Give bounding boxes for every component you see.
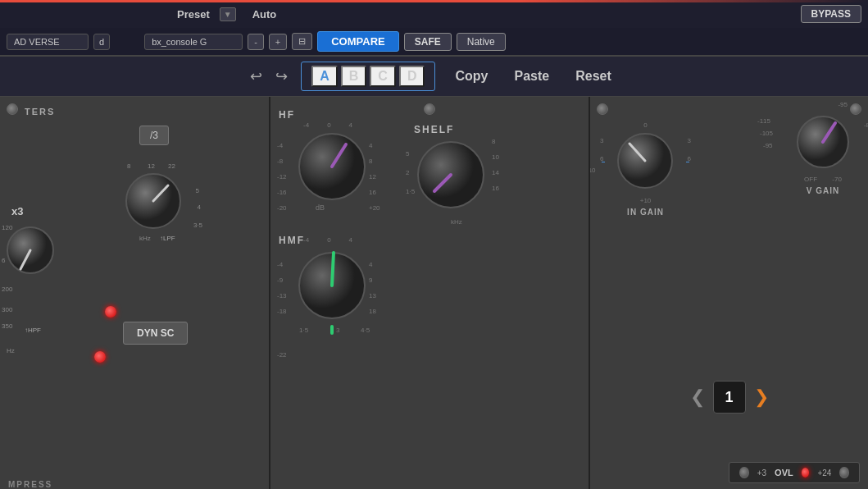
track-name-field[interactable]: AD VERSE — [7, 34, 89, 50]
v-gain-off-label: OFF — [804, 176, 817, 183]
prev-page-button[interactable]: ❮ — [690, 386, 705, 408]
preset-label: Preset — [177, 8, 210, 21]
panel1-label: TERS — [25, 107, 55, 117]
ovl-led — [802, 468, 810, 478]
dyn-sc-button[interactable]: DYN SC — [123, 322, 188, 345]
screw-ovl-r — [839, 467, 849, 478]
collapse-button[interactable]: ⊟ — [292, 33, 312, 50]
hmf-label: HMF — [279, 235, 305, 246]
ab-slot-d[interactable]: D — [399, 66, 425, 87]
compare-button[interactable]: COMPARE — [317, 31, 398, 52]
hpf-knob[interactable] — [4, 224, 57, 277]
ab-slot-c[interactable]: C — [370, 66, 396, 87]
safe-button[interactable]: SAFE — [404, 33, 452, 51]
led-orange-bottom — [94, 351, 106, 363]
ab-bar: ↩ ↪ A B C D Copy Paste Reset — [0, 57, 868, 97]
in-gain-knob[interactable] — [615, 130, 676, 192]
div3-button[interactable]: /3 — [139, 126, 169, 145]
ovl-label: OVL — [775, 468, 793, 478]
hf-db-label: dB — [316, 203, 325, 212]
track-letter-field[interactable]: d — [93, 34, 110, 50]
shelf-knob[interactable] — [414, 138, 488, 212]
x3-label: x3 — [11, 205, 23, 217]
ovl-left-label: +3 — [757, 468, 766, 478]
screw-tl — [7, 103, 18, 115]
compress-label: MPRESS — [8, 480, 52, 489]
v-gain-knob[interactable] — [794, 113, 852, 171]
native-button[interactable]: Native — [457, 33, 506, 51]
shelf-khz-label: kHz — [451, 218, 462, 226]
ab-slot-group: A B C D — [301, 62, 435, 91]
minus-button[interactable]: - — [248, 34, 264, 50]
next-page-button[interactable]: ❯ — [754, 386, 769, 408]
screw-p2-top — [424, 103, 435, 115]
reset-button[interactable]: Reset — [569, 66, 618, 87]
panel2-eq: HF -4 -8 -12 -16 -20 -4 0 4 — [270, 97, 590, 489]
panel3-gain: 0 3 6 3 — [590, 97, 868, 489]
preset-dropdown-arrow[interactable]: ▼ — [220, 7, 236, 21]
plus-button[interactable]: + — [269, 34, 287, 50]
main-content: TERS /3 x3 — [0, 97, 868, 489]
ab-slot-a[interactable]: A — [311, 66, 338, 87]
screw-p3-tr — [850, 103, 861, 115]
led-red — [105, 306, 116, 318]
console-name-field: bx_console G — [144, 34, 243, 50]
ovl-section: +3 OVL +24 — [729, 462, 860, 483]
copy-button[interactable]: Copy — [448, 66, 494, 87]
screw-ovl-l — [739, 467, 749, 478]
redo-button[interactable]: ↪ — [275, 67, 288, 85]
svg-line-9 — [332, 253, 334, 286]
top-stripe — [0, 0, 868, 2]
v-gain-label: V GAIN — [807, 186, 839, 195]
hmf-knob[interactable] — [295, 249, 369, 322]
track-row: AD VERSE d bx_console G - + ⊟ COMPARE SA… — [0, 28, 868, 55]
paste-button[interactable]: Paste — [507, 66, 556, 87]
shelf-label: SHELF — [414, 124, 454, 135]
screw-p3-tl — [597, 103, 608, 115]
auto-label: Auto — [252, 8, 277, 21]
hmf-green-indicator — [330, 325, 334, 335]
hz-label: Hz — [7, 347, 15, 354]
ab-slot-b[interactable]: B — [341, 66, 367, 87]
undo-button[interactable]: ↩ — [250, 67, 262, 85]
page-number: 1 — [713, 381, 746, 414]
mid-knob[interactable] — [123, 171, 184, 232]
hf-knob[interactable] — [295, 130, 369, 203]
panel1-compressor: TERS /3 x3 — [0, 97, 270, 489]
hf-label: HF — [279, 109, 295, 121]
hpf-label: ↑HPF — [25, 327, 41, 334]
preset-row: Preset ▼ Auto BYPASS — [0, 0, 868, 28]
ovl-right-label: +24 — [817, 468, 831, 478]
bypass-button[interactable]: BYPASS — [801, 5, 861, 23]
in-gain-label: IN GAIN — [627, 208, 664, 217]
